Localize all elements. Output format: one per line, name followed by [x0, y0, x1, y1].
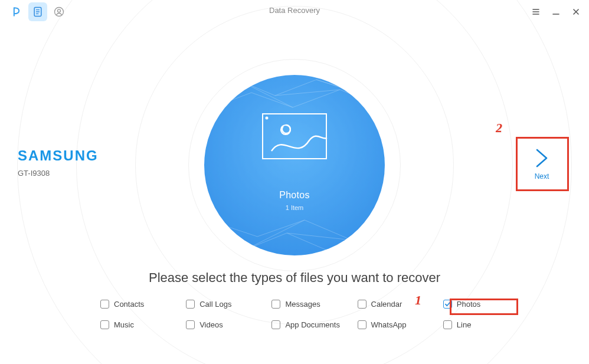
close-icon[interactable]: [570, 6, 582, 18]
checkbox-icon: [358, 300, 367, 309]
type-checkbox-messages[interactable]: Messages: [271, 300, 352, 309]
type-label: Music: [114, 320, 134, 329]
type-label: WhatsApp: [371, 320, 407, 329]
svg-point-1: [55, 8, 64, 17]
device-model: GT-I9308: [18, 169, 99, 178]
type-checkbox-calendar[interactable]: Calendar: [358, 300, 439, 309]
instruction-text: Please select the types of files you wan…: [0, 270, 589, 286]
type-checkbox-call-logs[interactable]: Call Logs: [186, 300, 267, 309]
type-label: Calendar: [371, 300, 403, 309]
type-checkbox-photos[interactable]: Photos: [443, 300, 524, 309]
minimize-icon[interactable]: [550, 6, 562, 18]
menu-icon[interactable]: [530, 6, 542, 18]
annotation-number-2: 2: [496, 120, 502, 136]
type-label: App Documents: [285, 320, 340, 329]
window-title: Data Recovery: [0, 6, 589, 15]
app-logo-icon[interactable]: [7, 2, 26, 21]
checkbox-icon: [100, 300, 109, 309]
user-tab-icon[interactable]: [50, 2, 68, 21]
checkbox-icon: [100, 320, 109, 329]
checkbox-icon: [186, 320, 195, 329]
type-checkbox-music[interactable]: Music: [100, 320, 181, 329]
type-label: Videos: [199, 320, 223, 329]
title-bar: Data Recovery: [0, 0, 589, 24]
checkbox-icon: [443, 300, 452, 309]
file-types-grid: ContactsCall LogsMessagesCalendarPhotosM…: [100, 300, 524, 329]
type-label: Messages: [285, 300, 320, 309]
next-button[interactable]: Next: [515, 137, 568, 191]
type-label: Line: [457, 320, 472, 329]
checkbox-icon: [271, 320, 280, 329]
type-label: Call Logs: [199, 300, 231, 309]
svg-point-2: [58, 9, 61, 12]
chevron-right-icon: [534, 147, 550, 169]
checkbox-icon: [271, 300, 280, 309]
checkbox-icon: [358, 320, 367, 329]
svg-point-4: [266, 117, 269, 120]
next-label: Next: [535, 172, 549, 181]
type-checkbox-videos[interactable]: Videos: [186, 320, 267, 329]
mesh-decoration: [204, 75, 385, 255]
type-label: Photos: [457, 300, 480, 309]
checkbox-icon: [443, 320, 452, 329]
selection-preview-circle: Photos 1 Item: [204, 75, 385, 255]
type-checkbox-line[interactable]: Line: [443, 320, 524, 329]
checkbox-icon: [186, 300, 195, 309]
type-checkbox-contacts[interactable]: Contacts: [100, 300, 181, 309]
type-checkbox-whatsapp[interactable]: WhatsApp: [358, 320, 439, 329]
type-checkbox-app-documents[interactable]: App Documents: [271, 320, 352, 329]
data-recovery-tab-icon[interactable]: [28, 2, 47, 21]
type-label: Contacts: [114, 300, 144, 309]
device-brand: SAMSUNG: [18, 147, 99, 164]
preview-subtitle: 1 Item: [286, 204, 304, 211]
photos-icon: [262, 113, 327, 159]
device-info: SAMSUNG GT-I9308: [18, 147, 99, 178]
